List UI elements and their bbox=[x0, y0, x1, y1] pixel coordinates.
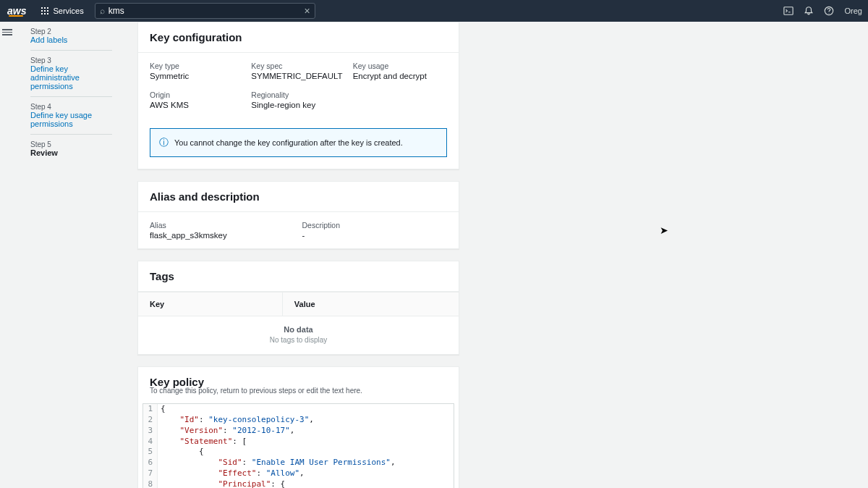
wizard-steps-sidebar: Step 2 Add labels Step 3 Define key admi… bbox=[14, 22, 112, 488]
kv-key-type: Key type Symmetric bbox=[150, 62, 244, 80]
tags-col-key[interactable]: Key bbox=[138, 293, 282, 316]
kv-key-spec: Key spec SYMMETRIC_DEFAULT bbox=[251, 62, 345, 80]
svg-rect-0 bbox=[783, 7, 792, 15]
top-navigation-bar: aws Services ⌕ × Oreg bbox=[0, 0, 868, 22]
step-2[interactable]: Step 2 Add labels bbox=[30, 28, 112, 51]
search-box[interactable]: ⌕ × bbox=[95, 3, 315, 19]
key-configuration-card: Key configuration Key type Symmetric Key… bbox=[137, 22, 459, 169]
alias-description-card: Alias and description Alias flask_app_s3… bbox=[137, 181, 459, 249]
search-input[interactable] bbox=[109, 6, 305, 16]
services-label: Services bbox=[53, 7, 83, 15]
help-icon[interactable] bbox=[819, 0, 839, 22]
tags-col-value[interactable]: Value bbox=[282, 293, 459, 316]
aws-logo[interactable]: aws bbox=[0, 5, 33, 17]
notifications-icon[interactable] bbox=[799, 0, 819, 22]
step-5: Step 5 Review bbox=[30, 140, 112, 163]
tags-empty-state: No data No tags to display bbox=[138, 316, 459, 354]
kv-regionality: Regionality Single-region key bbox=[251, 91, 345, 109]
cloudshell-icon[interactable] bbox=[778, 0, 799, 22]
region-selector[interactable]: Oreg bbox=[839, 7, 868, 15]
policy-code-editor[interactable]: 1{2 "Id": "key-consolepolicy-3",3 "Versi… bbox=[142, 403, 454, 488]
search-icon: ⌕ bbox=[100, 6, 105, 16]
clear-search-icon[interactable]: × bbox=[304, 5, 310, 17]
kv-origin: Origin AWS KMS bbox=[150, 91, 244, 109]
kv-key-usage: Key usage Encrypt and decrypt bbox=[353, 62, 447, 80]
step-3[interactable]: Step 3 Define key administrative permiss… bbox=[30, 56, 112, 97]
key-policy-card: Key policy To change this policy, return… bbox=[137, 366, 459, 488]
tags-header: Tags bbox=[138, 261, 459, 292]
step-4[interactable]: Step 4 Define key usage permissions bbox=[30, 103, 112, 135]
main-content: Key configuration Key type Symmetric Key… bbox=[137, 22, 459, 488]
kv-description: Description - bbox=[302, 221, 448, 240]
grid-icon bbox=[41, 7, 49, 15]
services-menu[interactable]: Services bbox=[33, 7, 90, 15]
tags-card: Tags Key Value No data No tags to displa… bbox=[137, 261, 459, 355]
alias-header: Alias and description bbox=[138, 182, 459, 212]
kv-alias: Alias flask_app_s3kmskey bbox=[150, 221, 295, 240]
info-immutable-config: ⓘ You cannot change the key configuratio… bbox=[150, 128, 447, 157]
policy-subtext: To change this policy, return to previou… bbox=[138, 387, 459, 403]
tags-table: Key Value bbox=[138, 292, 459, 316]
hamburger-menu-icon[interactable] bbox=[2, 28, 12, 37]
key-configuration-header: Key configuration bbox=[138, 22, 459, 53]
info-icon: ⓘ bbox=[159, 136, 169, 149]
